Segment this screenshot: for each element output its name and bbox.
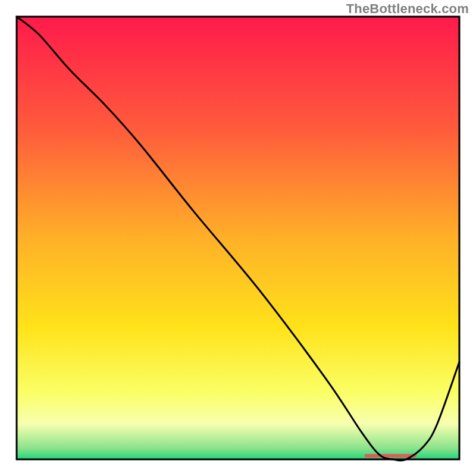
bottleneck-chart	[0, 0, 476, 476]
chart-stage: TheBottleneck.com	[0, 0, 476, 476]
